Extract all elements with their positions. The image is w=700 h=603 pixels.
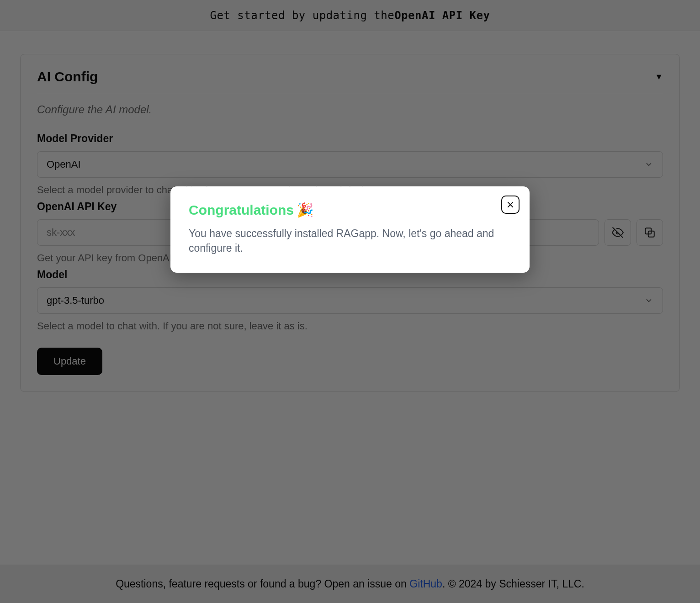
welcome-modal: Congratulations🎉 You have successfully i… bbox=[170, 186, 530, 273]
party-popper-icon: 🎉 bbox=[297, 202, 313, 218]
close-icon bbox=[506, 201, 514, 209]
modal-body: You have successfully installed RAGapp. … bbox=[189, 226, 511, 255]
modal-title-text: Congratulations bbox=[189, 202, 294, 218]
modal-overlay[interactable]: Congratulations🎉 You have successfully i… bbox=[0, 0, 700, 603]
modal-close-button[interactable] bbox=[501, 196, 520, 214]
modal-title: Congratulations🎉 bbox=[189, 202, 511, 218]
